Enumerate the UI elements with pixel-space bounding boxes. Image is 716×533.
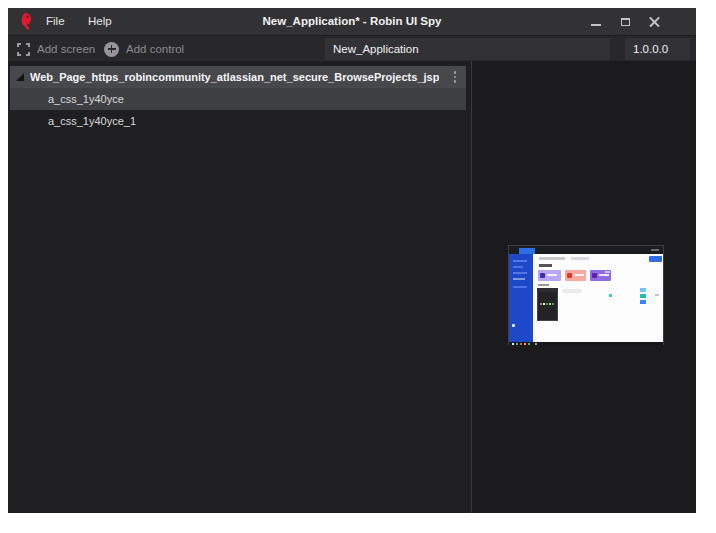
- application-name-input[interactable]: [325, 38, 610, 60]
- kebab-menu-icon[interactable]: [450, 69, 460, 85]
- close-button[interactable]: [639, 8, 669, 35]
- thumb-taskbar: [509, 342, 663, 345]
- minimize-icon: [591, 24, 601, 26]
- close-icon: [649, 16, 660, 27]
- expander-collapse-icon[interactable]: [16, 73, 24, 81]
- add-control-label: Add control: [126, 43, 184, 55]
- screen-preview-panel: [472, 61, 696, 513]
- thumb-window-controls: [651, 249, 659, 251]
- maximize-button[interactable]: [610, 8, 640, 35]
- tree-root-label: Web_Page_https_robincommunity_atlassian_…: [30, 66, 439, 88]
- titlebar: File Help New_Application* - Robin UI Sp…: [8, 8, 696, 35]
- plus-circle-icon: [104, 42, 119, 57]
- thumb-search-pill: [562, 289, 582, 293]
- thumb-create-button: [649, 256, 662, 262]
- add-control-button[interactable]: Add control: [104, 36, 184, 62]
- controls-tree-panel: Web_Page_https_robincommunity_atlassian_…: [8, 61, 471, 513]
- toolbar: Add screen Add control: [8, 35, 696, 61]
- tree-item-a-css-1y40yce[interactable]: a_css_1y40yce: [10, 88, 466, 110]
- thumb-header-text: [539, 257, 565, 260]
- tree-item-label: a_css_1y40yce: [48, 88, 124, 110]
- tree-item-label: a_css_1y40yce_1: [48, 110, 136, 132]
- version-input[interactable]: [625, 38, 690, 60]
- minimize-button[interactable]: [581, 8, 611, 35]
- main-area: Web_Page_https_robincommunity_atlassian_…: [8, 61, 696, 513]
- tree-root-web-page[interactable]: Web_Page_https_robincommunity_atlassian_…: [10, 66, 466, 88]
- capture-screen-icon: [17, 43, 30, 56]
- thumb-projects-title: [539, 264, 552, 267]
- add-screen-button[interactable]: Add screen: [17, 36, 95, 62]
- robin-ui-spy-window: File Help New_Application* - Robin UI Sp…: [8, 8, 696, 513]
- add-screen-label: Add screen: [37, 43, 95, 55]
- captured-screen-thumbnail[interactable]: [508, 245, 664, 345]
- maximize-icon: [621, 18, 630, 26]
- tree-item-a-css-1y40yce-1[interactable]: a_css_1y40yce_1: [10, 110, 466, 132]
